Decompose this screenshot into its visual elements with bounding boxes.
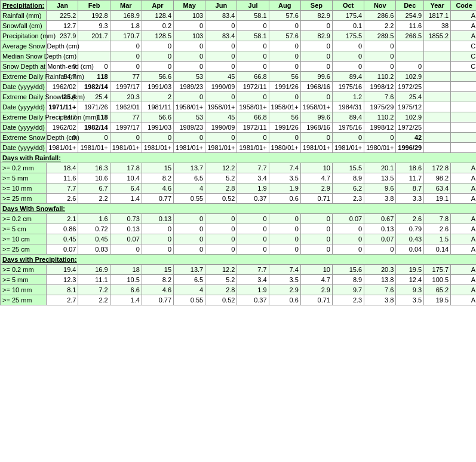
cell-value: 6.2 xyxy=(332,183,364,194)
cell-value: 53 xyxy=(174,112,205,123)
cell-value: 0 xyxy=(269,224,300,234)
cell-value: 0.07 xyxy=(364,234,396,244)
row-label: >= 10 cm xyxy=(1,234,47,244)
cell-value xyxy=(424,123,451,133)
cell-value: 0 xyxy=(174,133,205,143)
cell-value: 0 xyxy=(174,214,205,224)
cell-value: 1997/17 xyxy=(110,82,142,92)
cell-value: 2 xyxy=(142,92,173,102)
cell-value: 1980/01+ xyxy=(364,143,396,153)
row-label: Precipitation (mm) xyxy=(1,31,47,41)
col-aug: Aug xyxy=(269,1,300,11)
cell-value: 99.6 xyxy=(300,72,332,82)
cell-value: 8.2 xyxy=(142,275,173,285)
cell-value: 1.2 xyxy=(332,92,364,102)
cell-value: 4.6 xyxy=(142,285,173,295)
cell-value: 1.5 xyxy=(424,234,451,244)
cell-value: 0 xyxy=(110,133,142,143)
row-label: Snow Depth at Month-end (cm) xyxy=(1,62,47,72)
cell-value: 10 xyxy=(300,265,332,275)
cell-value: 0 xyxy=(300,133,332,143)
cell-value: 0 xyxy=(300,214,332,224)
cell-value: 0 xyxy=(300,92,332,102)
cell-value: 0.45 xyxy=(47,234,78,244)
cell-value: 0 xyxy=(237,92,269,102)
cell-value: 10 xyxy=(300,163,332,173)
cell-value: A xyxy=(451,11,476,21)
row-label: Date (yyyy/dd) xyxy=(1,82,47,92)
cell-value xyxy=(424,102,451,112)
cell-value: 0.07 xyxy=(332,214,364,224)
cell-value xyxy=(424,92,451,102)
cell-value: 0.14 xyxy=(424,244,451,255)
cell-value: 0 xyxy=(205,41,237,51)
cell-value: 1981/01+ xyxy=(174,143,205,153)
cell-value: A xyxy=(451,21,476,31)
table-row: >= 25 mm2.72.21.40.770.550.520.370.60.71… xyxy=(1,295,477,305)
cell-value: 1958/01+ xyxy=(174,102,205,112)
cell-value: 1997/17 xyxy=(110,123,142,133)
row-label: >= 0.2 mm xyxy=(1,265,47,275)
cell-value: 13.7 xyxy=(174,163,205,173)
cell-value: 1958/01+ xyxy=(237,102,269,112)
cell-value: 175.4 xyxy=(332,11,364,21)
cell-value: 0 xyxy=(269,234,300,244)
cell-value: 3.4 xyxy=(237,173,269,183)
cell-value: 0 xyxy=(364,62,396,72)
cell-value: 1972/11 xyxy=(237,82,269,92)
row-label: Date (yyyy/dd) xyxy=(1,102,47,112)
cell-value: 100.5 xyxy=(424,275,451,285)
col-jun: Jun xyxy=(205,1,237,11)
cell-value: 19.1 xyxy=(424,194,451,204)
cell-value: 56.6 xyxy=(142,72,173,82)
row-label: >= 5 mm xyxy=(1,173,47,183)
cell-value: 11.1 xyxy=(78,275,110,285)
cell-value: 57.6 xyxy=(269,31,300,41)
table-row: Extreme Daily Rainfall (mm)94.71187756.6… xyxy=(1,72,477,82)
table-row: Extreme Daily Precipitation (mm)94.71187… xyxy=(1,112,477,123)
cell-value: 9.6 xyxy=(364,183,396,194)
table-row: >= 5 mm11.610.610.48.26.55.23.43.54.78.9… xyxy=(1,173,477,183)
cell-value: 1981/01+ xyxy=(237,143,269,153)
cell-value: 1.6 xyxy=(78,214,110,224)
cell-value: 0.79 xyxy=(396,224,424,234)
cell-value: 0 xyxy=(237,21,269,31)
cell-value: 1981/01+ xyxy=(300,143,332,153)
cell-value: 15.6 xyxy=(332,265,364,275)
cell-value: 0 xyxy=(142,51,173,62)
table-row: >= 10 cm0.450.450.0700000000.070.431.5A xyxy=(1,234,477,244)
cell-value: 0.13 xyxy=(110,224,142,234)
cell-value: 89.4 xyxy=(332,72,364,82)
cell-value: 57.6 xyxy=(269,11,300,21)
cell-value: 0 xyxy=(300,224,332,234)
precip-header: Precipitation: xyxy=(1,1,47,11)
cell-value: 0.77 xyxy=(142,194,173,204)
cell-value: 0 xyxy=(237,224,269,234)
cell-value: 1991/26 xyxy=(269,123,300,133)
cell-value: 3.8 xyxy=(364,194,396,204)
cell-value: 0 xyxy=(269,133,300,143)
cell-value: 0 xyxy=(110,244,142,255)
cell-value: 0 xyxy=(174,244,205,255)
col-jan: Jan xyxy=(47,1,78,11)
row-label: Extreme Daily Precipitation (mm) xyxy=(1,112,47,123)
table-row: Date (yyyy/dd)1971/11+1971/261962/011981… xyxy=(1,102,477,112)
row-label: >= 0.2 mm xyxy=(1,163,47,173)
cell-value: 42 xyxy=(396,133,424,143)
cell-value: 4.7 xyxy=(300,173,332,183)
cell-value: 56 xyxy=(269,112,300,123)
row-label: >= 0.2 cm xyxy=(1,214,47,224)
cell-value: 0.55 xyxy=(174,194,205,204)
cell-value: 20.3 xyxy=(364,265,396,275)
cell-value: 1972/25 xyxy=(396,123,424,133)
cell-value: 1984/31 xyxy=(332,102,364,112)
cell-value: 0.37 xyxy=(237,194,269,204)
cell-value: 1975/12 xyxy=(396,102,424,112)
cell-value: 286.6 xyxy=(364,11,396,21)
cell-value: 13.7 xyxy=(174,265,205,275)
table-row: Rainfall (mm)225.2192.8168.9128.410383.4… xyxy=(1,11,477,21)
cell-value: 1998/12 xyxy=(364,82,396,92)
cell-value xyxy=(78,51,110,62)
table-row: >= 25 mm2.62.21.40.770.550.520.370.60.71… xyxy=(1,194,477,204)
row-label: >= 25 cm xyxy=(1,244,47,255)
